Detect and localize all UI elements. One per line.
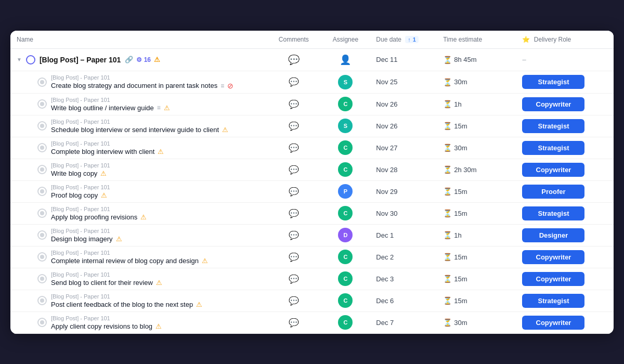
- task-circle[interactable]: [37, 99, 47, 109]
- avatar[interactable]: S: [338, 75, 353, 89]
- avatar[interactable]: C: [338, 293, 353, 308]
- comment-bubble[interactable]: 💬: [289, 275, 299, 283]
- task-circle[interactable]: [37, 209, 47, 218]
- timer-icon: ⏳: [443, 100, 452, 108]
- task-circle[interactable]: [37, 143, 47, 152]
- task-name-cell: [Blog Post] - Paper 101 Send blog to cli…: [10, 268, 266, 290]
- avatar[interactable]: C: [338, 97, 353, 111]
- role-badge[interactable]: Copywriter: [522, 272, 584, 286]
- comment-bubble[interactable]: 💬: [289, 165, 299, 174]
- task-circle[interactable]: [37, 121, 47, 131]
- task-row: [Blog Post] - Paper 101 Write blog outli…: [10, 93, 614, 115]
- task-circle[interactable]: [37, 187, 47, 196]
- task-name-cell: [Blog Post] - Paper 101 Proof blog copy …: [10, 180, 266, 202]
- avatar[interactable]: C: [338, 250, 353, 264]
- task-parent-label: [Blog Post] - Paper 101: [51, 184, 110, 190]
- timer-icon: ⏳: [443, 165, 452, 174]
- task-time-value: 15m: [454, 188, 467, 196]
- parent-task-label: [Blog Post] – Paper 101: [40, 56, 121, 64]
- warn-icon: ⚠: [154, 56, 160, 63]
- comment-bubble[interactable]: 💬: [289, 231, 299, 240]
- role-badge[interactable]: Copywriter: [522, 316, 584, 330]
- role-badge[interactable]: Copywriter: [522, 97, 584, 111]
- task-duedate-cell: Nov 28: [370, 159, 437, 180]
- role-badge[interactable]: Strategist: [522, 294, 584, 308]
- role-badge[interactable]: Copywriter: [522, 163, 584, 177]
- task-warn-icon: ⚠: [155, 322, 162, 330]
- task-parent-label: [Blog Post] - Paper 101: [51, 315, 162, 321]
- comment-bubble[interactable]: 💬: [289, 253, 299, 262]
- task-name-cell: [Blog Post] - Paper 101 Write blog outli…: [10, 93, 266, 115]
- task-time-cell: ⏳ 15m: [437, 268, 516, 290]
- task-circle[interactable]: [37, 318, 47, 327]
- role-badge[interactable]: Strategist: [522, 206, 584, 220]
- avatar[interactable]: D: [338, 228, 353, 242]
- task-time-value: 30m: [454, 78, 467, 86]
- task-role-cell: Copywriter: [516, 159, 614, 180]
- role-badge[interactable]: Copywriter: [522, 250, 584, 264]
- task-main-label: Complete internal review of blog copy an…: [51, 257, 208, 265]
- task-role-cell: Strategist: [516, 202, 614, 224]
- task-time-value: 30m: [454, 319, 467, 327]
- avatar[interactable]: C: [338, 315, 353, 330]
- task-duedate-cell: Nov 29: [370, 180, 437, 202]
- task-role-cell: Copywriter: [516, 311, 614, 333]
- task-assignee-cell: S: [321, 115, 370, 137]
- assignee-column-header: Assignee: [321, 31, 370, 49]
- role-badge[interactable]: Proofer: [522, 185, 584, 199]
- task-time-cell: ⏳ 2h 30m: [437, 159, 516, 180]
- sort-badge[interactable]: ↑ 1: [405, 36, 419, 43]
- parent-role-cell: –: [516, 48, 614, 71]
- task-main-label: Post client feedback of the blog to the …: [51, 301, 202, 308]
- avatar[interactable]: C: [338, 162, 353, 177]
- role-badge[interactable]: Strategist: [522, 75, 584, 89]
- comment-bubble[interactable]: 💬: [289, 144, 299, 152]
- task-parent-label: [Blog Post] - Paper 101: [51, 206, 147, 212]
- task-name-cell: [Blog Post] - Paper 101 Create blog stra…: [10, 71, 266, 93]
- task-due-date: Nov 29: [376, 188, 397, 196]
- task-role-cell: Copywriter: [516, 268, 614, 290]
- avatar[interactable]: S: [338, 119, 353, 133]
- comment-bubble[interactable]: 💬: [289, 187, 299, 196]
- task-row: [Blog Post] - Paper 101 Write blog copy …: [10, 159, 614, 180]
- task-parent-label: [Blog Post] - Paper 101: [51, 74, 233, 81]
- task-comment-cell: 💬: [266, 159, 321, 180]
- task-comment-cell: 💬: [266, 246, 321, 268]
- role-badge[interactable]: Designer: [522, 228, 584, 242]
- task-name-cell: [Blog Post] - Paper 101 Apply blog proof…: [10, 202, 266, 224]
- avatar[interactable]: C: [338, 140, 353, 155]
- timer-icon: ⏳: [443, 56, 452, 64]
- task-main-label: Send blog to client for their review ⚠: [51, 279, 162, 287]
- task-warn-icon: ⚠: [222, 126, 228, 134]
- comment-bubble[interactable]: 💬: [289, 318, 299, 327]
- avatar[interactable]: C: [338, 206, 353, 220]
- task-circle[interactable]: [37, 165, 47, 174]
- task-circle[interactable]: [37, 274, 47, 283]
- task-name-cell: [Blog Post] - Paper 101 Schedule blog in…: [10, 115, 266, 137]
- link-icon: 🔗: [125, 56, 133, 63]
- task-circle[interactable]: [37, 252, 47, 262]
- avatar[interactable]: C: [338, 271, 353, 286]
- comment-bubble[interactable]: 💬: [289, 209, 299, 218]
- task-circle[interactable]: [37, 77, 47, 87]
- task-circle[interactable]: [37, 296, 47, 305]
- task-time-value: 30m: [454, 144, 467, 152]
- task-assignee-cell: C: [321, 268, 370, 290]
- role-badge[interactable]: Strategist: [522, 119, 584, 133]
- task-warn-icon: ⚠: [101, 191, 107, 199]
- comment-bubble[interactable]: 💬: [289, 100, 299, 109]
- task-duedate-cell: Dec 6: [370, 290, 437, 311]
- comment-bubble[interactable]: 💬: [289, 122, 299, 131]
- parent-task-circle[interactable]: [26, 55, 35, 64]
- task-circle[interactable]: [37, 230, 47, 240]
- add-assignee-icon[interactable]: 👤: [340, 55, 351, 65]
- parent-comment-bubble[interactable]: 💬: [288, 55, 300, 65]
- comment-bubble[interactable]: 💬: [289, 77, 299, 86]
- task-time-cell: ⏳ 1h: [437, 224, 516, 246]
- role-badge[interactable]: Strategist: [522, 141, 584, 155]
- task-row: [Blog Post] - Paper 101 Send blog to cli…: [10, 268, 614, 290]
- avatar[interactable]: P: [338, 184, 353, 199]
- task-role-cell: Strategist: [516, 115, 614, 137]
- comment-bubble[interactable]: 💬: [289, 296, 299, 305]
- collapse-chevron-icon[interactable]: ▼: [17, 57, 22, 62]
